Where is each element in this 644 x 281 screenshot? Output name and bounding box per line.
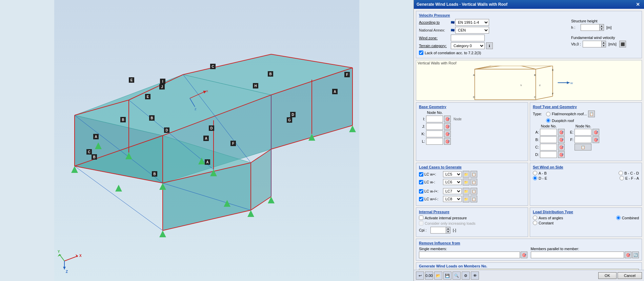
preview-title: Vertical Walls with Roof bbox=[416, 60, 642, 66]
svg-line-111 bbox=[536, 96, 553, 100]
members-parallel-refresh[interactable]: 🔄 bbox=[632, 252, 639, 258]
lc-wpm-checkbox[interactable] bbox=[419, 197, 423, 201]
toolbar-open-button[interactable]: 📂 bbox=[434, 272, 442, 280]
roof-c-pick[interactable]: 🎯 bbox=[558, 144, 565, 150]
k-pick-button[interactable]: 🎯 bbox=[444, 131, 451, 137]
single-members-pick[interactable]: 🎯 bbox=[521, 252, 527, 258]
according-to-select[interactable]: EN 1991-1-4 bbox=[455, 19, 489, 26]
cpi-down-btn[interactable]: ▼ bbox=[446, 230, 450, 233]
lc-wm-checkbox[interactable] bbox=[419, 180, 423, 184]
vb0-calc-button[interactable]: ⬛ bbox=[619, 41, 626, 47]
roof-b-label: B: bbox=[533, 138, 539, 142]
roof-e1-label: E: bbox=[567, 130, 573, 134]
svg-line-110 bbox=[536, 66, 553, 69]
toolbar-reset-button[interactable]: 0.00 bbox=[425, 272, 433, 280]
roof-f1-pick[interactable]: 🎯 bbox=[592, 136, 599, 143]
flat-roof-radio[interactable] bbox=[546, 112, 550, 116]
lc-wpm-select[interactable]: LC8 bbox=[443, 196, 462, 202]
national-annex-select[interactable]: CEN bbox=[455, 27, 489, 34]
dialog-close-button[interactable]: ✕ bbox=[635, 2, 641, 7]
preview-area: Vertical Walls with Roof W bbox=[416, 60, 642, 101]
svg-text:C: C bbox=[88, 150, 90, 154]
roof-b-pick[interactable]: 🎯 bbox=[558, 136, 565, 143]
flat-info-button[interactable]: 📋 bbox=[588, 111, 595, 117]
h-down-btn[interactable]: ▼ bbox=[600, 27, 604, 31]
activate-ip-checkbox[interactable] bbox=[419, 216, 423, 220]
k-input[interactable]: 7 bbox=[426, 131, 443, 137]
cancel-button[interactable]: Cancel bbox=[618, 272, 642, 279]
lc-wpm-folder[interactable]: 📁 bbox=[463, 196, 469, 202]
ok-button[interactable]: OK bbox=[598, 272, 617, 279]
internal-pressure-title: Internal Pressure bbox=[419, 210, 525, 214]
roof-e1-input[interactable]: 87 bbox=[575, 129, 591, 136]
wind-zone-input[interactable] bbox=[451, 35, 485, 41]
members-parallel-input[interactable]: 87 bbox=[531, 252, 624, 258]
roof-e1-pick[interactable]: 🎯 bbox=[592, 129, 599, 136]
h-input[interactable]: 10.000 bbox=[581, 24, 599, 31]
constant-radio[interactable] bbox=[533, 221, 537, 225]
wind-de-radio[interactable] bbox=[533, 176, 537, 180]
internal-pressure-section: Internal Pressure Activate internal pres… bbox=[416, 207, 528, 237]
vb0-up-btn[interactable]: ▲ bbox=[602, 41, 606, 44]
toolbar-undo-button[interactable]: ↩ bbox=[416, 272, 424, 280]
wind-efa-radio[interactable] bbox=[620, 176, 624, 180]
combined-label: Combined bbox=[622, 216, 639, 220]
j-input[interactable]: 1 bbox=[426, 123, 443, 130]
axes-angles-radio[interactable] bbox=[533, 216, 537, 220]
l-input[interactable]: 62 bbox=[426, 138, 443, 145]
h-up-btn[interactable]: ▲ bbox=[600, 24, 604, 27]
lc-wpp-checkbox[interactable] bbox=[419, 189, 423, 194]
lc-wm-folder[interactable]: 📁 bbox=[463, 179, 469, 185]
terrain-cat-label: Terrain category: bbox=[419, 44, 449, 48]
dialog-titlebar: Generate Wind Loads · Vertical Walls wit… bbox=[414, 0, 644, 9]
toolbar-view-button[interactable]: 👁 bbox=[471, 272, 479, 280]
correlation-checkbox[interactable] bbox=[419, 51, 423, 55]
flat-label: Flat/monopitch roof... bbox=[552, 112, 587, 116]
members-parallel-pick[interactable]: 🎯 bbox=[625, 252, 631, 258]
lc-wp-checkbox[interactable] bbox=[419, 172, 423, 177]
i-pick-button[interactable]: 🎯 bbox=[444, 116, 451, 122]
roof-extra-btn[interactable]: 📋 bbox=[575, 144, 591, 150]
lc-wm-select[interactable]: LC6 bbox=[443, 179, 462, 185]
roof-a-pick[interactable]: 🎯 bbox=[558, 129, 565, 136]
roof-b-input[interactable]: 69 bbox=[540, 136, 557, 143]
svg-text:B: B bbox=[269, 72, 271, 76]
roof-a-input[interactable]: 88 bbox=[540, 129, 557, 136]
terrain-info-button[interactable]: ℹ bbox=[486, 42, 493, 49]
national-annex-label: National Annex: bbox=[419, 28, 449, 32]
roof-f1-input[interactable]: 84 bbox=[575, 136, 591, 143]
svg-text:D: D bbox=[210, 126, 213, 130]
terrain-cat-select[interactable]: Category 0 bbox=[451, 42, 485, 49]
single-members-input[interactable] bbox=[419, 252, 520, 258]
combined-radio[interactable] bbox=[616, 216, 621, 220]
lc-wp-info[interactable]: 📋 bbox=[470, 171, 477, 178]
roof-d-pick[interactable]: 🎯 bbox=[558, 151, 565, 158]
cpi-input[interactable] bbox=[430, 227, 446, 234]
wind-bcd-radio[interactable] bbox=[619, 171, 623, 175]
l-pick-button[interactable]: 🎯 bbox=[444, 138, 451, 145]
lc-wpp-folder[interactable]: 📁 bbox=[463, 188, 469, 195]
toolbar-zoom-button[interactable]: 🔍 bbox=[452, 272, 461, 280]
svg-text:X: X bbox=[79, 254, 82, 258]
roof-type-title: Roof Type and Geometry bbox=[533, 105, 639, 109]
wind-ab-radio[interactable] bbox=[533, 171, 537, 175]
lc-wp-select[interactable]: LC5 bbox=[443, 171, 462, 177]
vb0-input[interactable]: 20.00 bbox=[583, 41, 601, 47]
roof-d-input[interactable]: 77 bbox=[540, 151, 557, 158]
toolbar-settings-button[interactable]: ⚙ bbox=[462, 272, 470, 280]
j-pick-button[interactable]: 🎯 bbox=[444, 123, 451, 130]
lc-wp-folder[interactable]: 📁 bbox=[463, 171, 469, 178]
consider-ip-checkbox[interactable] bbox=[419, 221, 423, 225]
lc-wpp-info[interactable]: 📋 bbox=[470, 188, 477, 195]
duopitch-roof-radio[interactable] bbox=[546, 118, 550, 123]
lc-wpp-select[interactable]: LC7 bbox=[443, 188, 462, 194]
vb0-down-btn[interactable]: ▼ bbox=[602, 44, 606, 47]
toolbar-save-button[interactable]: 💾 bbox=[443, 272, 451, 280]
lc-wp-label: LC w+: bbox=[424, 172, 442, 176]
i-input[interactable]: 56 bbox=[426, 116, 443, 122]
roof-c-input[interactable]: 4 bbox=[540, 144, 557, 150]
cpi-up-btn[interactable]: ▲ bbox=[446, 227, 450, 230]
lc-wpm-info[interactable]: 📋 bbox=[470, 196, 477, 202]
lc-wm-info[interactable]: 📋 bbox=[470, 179, 477, 185]
members-parallel-label: Members parallel to member: bbox=[531, 247, 639, 251]
